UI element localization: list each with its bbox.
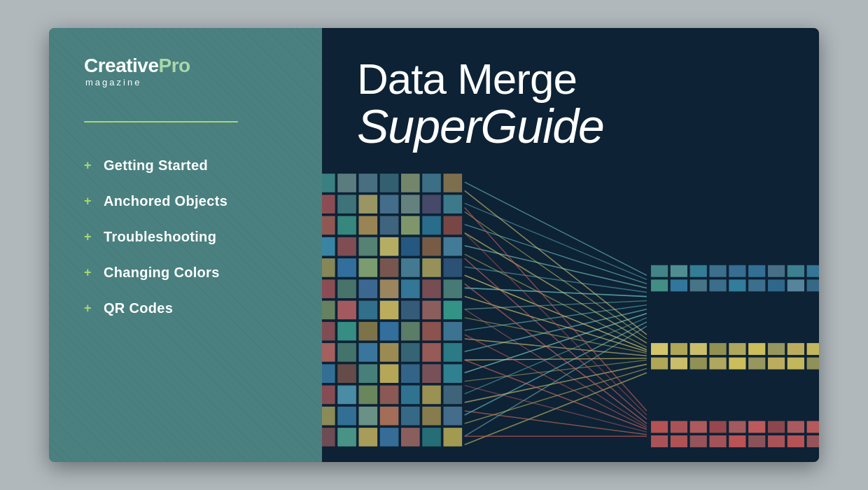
svg-rect-68 (358, 322, 377, 341)
svg-rect-116 (422, 428, 441, 447)
menu-label-changing-colors: Changing Colors (104, 265, 220, 281)
svg-rect-32 (358, 237, 377, 256)
svg-rect-34 (401, 237, 420, 256)
menu-plus-3: + (84, 230, 95, 244)
svg-rect-167 (690, 280, 707, 292)
svg-rect-204 (768, 421, 785, 433)
menu-item-qr-codes[interactable]: + QR Codes (84, 293, 294, 323)
svg-rect-81 (443, 344, 462, 363)
svg-rect-45 (443, 259, 462, 278)
svg-rect-44 (422, 259, 441, 278)
logo-area: CreativePro magazine (84, 56, 294, 88)
svg-rect-58 (337, 301, 356, 320)
svg-rect-217 (807, 435, 819, 447)
svg-rect-172 (788, 280, 804, 292)
svg-rect-48 (322, 280, 335, 299)
title-line2: SuperGuide (357, 102, 784, 151)
menu-item-changing-colors[interactable]: + Changing Colors (84, 258, 294, 288)
logo-pro: Pro (159, 55, 190, 76)
svg-rect-89 (422, 365, 441, 384)
svg-rect-98 (422, 386, 441, 405)
svg-rect-170 (748, 280, 765, 292)
svg-rect-59 (358, 301, 377, 320)
svg-rect-201 (709, 421, 726, 433)
svg-rect-178 (690, 344, 707, 356)
svg-rect-112 (337, 428, 356, 447)
menu-plus-2: + (84, 194, 95, 209)
svg-rect-93 (322, 386, 335, 405)
svg-rect-76 (337, 344, 356, 363)
logo-creative: Creative (84, 55, 159, 76)
svg-rect-94 (337, 386, 356, 405)
svg-rect-117 (443, 428, 462, 447)
svg-rect-211 (690, 435, 707, 447)
svg-rect-77 (358, 344, 377, 363)
svg-rect-60 (380, 301, 399, 320)
svg-rect-97 (401, 386, 420, 405)
menu-list: + Getting Started + Anchored Objects + T… (84, 150, 294, 323)
svg-rect-176 (651, 344, 668, 356)
logo-magazine: magazine (85, 77, 141, 88)
svg-rect-169 (729, 280, 746, 292)
svg-rect-21 (322, 216, 335, 235)
svg-rect-7 (401, 174, 420, 193)
svg-rect-181 (748, 344, 765, 356)
data-viz-svg (322, 165, 819, 462)
svg-rect-103 (337, 407, 356, 426)
svg-rect-193 (768, 358, 785, 370)
svg-rect-70 (401, 322, 420, 341)
left-panel: CreativePro magazine + Getting Started +… (49, 28, 322, 462)
svg-rect-114 (380, 428, 399, 447)
svg-rect-216 (788, 435, 804, 447)
svg-rect-12 (322, 195, 335, 214)
svg-rect-23 (358, 216, 377, 235)
svg-rect-5 (358, 174, 377, 193)
svg-rect-187 (651, 358, 668, 370)
svg-rect-78 (380, 344, 399, 363)
svg-rect-202 (729, 421, 746, 433)
svg-rect-67 (337, 322, 356, 341)
svg-rect-61 (401, 301, 420, 320)
menu-item-getting-started[interactable]: + Getting Started (84, 150, 294, 181)
main-card: CreativePro magazine + Getting Started +… (49, 28, 819, 462)
svg-rect-84 (322, 365, 335, 384)
menu-plus-5: + (84, 301, 95, 316)
svg-rect-105 (380, 407, 399, 426)
menu-item-anchored-objects[interactable]: + Anchored Objects (84, 186, 294, 216)
svg-rect-66 (322, 322, 335, 341)
svg-rect-161 (788, 265, 804, 277)
svg-rect-26 (422, 216, 441, 235)
menu-item-troubleshooting[interactable]: + Troubleshooting (84, 222, 294, 252)
svg-rect-192 (748, 358, 765, 370)
svg-rect-69 (380, 322, 399, 341)
svg-rect-52 (401, 280, 420, 299)
svg-rect-104 (358, 407, 377, 426)
svg-rect-160 (768, 265, 785, 277)
svg-rect-171 (768, 280, 785, 292)
svg-rect-107 (422, 407, 441, 426)
menu-label-qr-codes: QR Codes (104, 300, 173, 316)
svg-rect-209 (651, 435, 668, 447)
svg-rect-33 (380, 237, 399, 256)
svg-rect-8 (422, 174, 441, 193)
svg-rect-87 (380, 365, 399, 384)
svg-rect-108 (443, 407, 462, 426)
svg-rect-213 (729, 435, 746, 447)
svg-rect-75 (322, 344, 335, 363)
svg-rect-198 (651, 421, 668, 433)
svg-rect-205 (788, 421, 804, 433)
svg-rect-106 (401, 407, 420, 426)
svg-rect-41 (358, 259, 377, 278)
svg-rect-43 (401, 259, 420, 278)
logo: CreativePro magazine (84, 56, 294, 88)
svg-rect-40 (337, 259, 356, 278)
svg-rect-179 (709, 344, 726, 356)
svg-rect-85 (337, 365, 356, 384)
svg-rect-166 (671, 280, 687, 292)
svg-rect-96 (380, 386, 399, 405)
svg-rect-72 (443, 322, 462, 341)
svg-rect-102 (322, 407, 335, 426)
svg-rect-27 (443, 216, 462, 235)
svg-rect-195 (807, 358, 819, 370)
svg-rect-168 (709, 280, 726, 292)
